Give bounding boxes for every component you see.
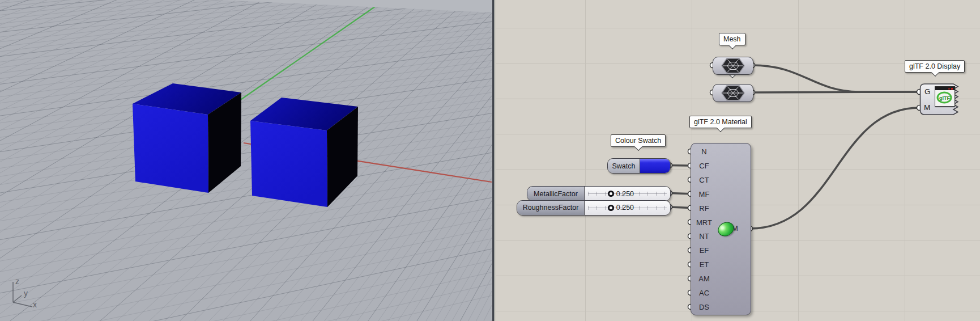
slider-track[interactable]: 0.250 bbox=[585, 201, 670, 215]
wire-mesh2-to-g[interactable] bbox=[752, 92, 919, 92]
mesh-parameter-2[interactable] bbox=[713, 84, 753, 102]
slider-roughnessfactor[interactable]: RoughnessFactor 0.250 bbox=[517, 200, 671, 216]
material-input-port-ac[interactable]: AC bbox=[691, 288, 717, 298]
swatch-color-well[interactable] bbox=[640, 159, 670, 173]
display-port-g[interactable]: G bbox=[924, 87, 931, 96]
material-preview-ball-icon bbox=[715, 219, 736, 239]
material-input-port-et[interactable]: ET bbox=[691, 260, 717, 270]
viewport-scene: z y x bbox=[0, 0, 492, 321]
material-input-port-ct[interactable]: CT bbox=[691, 175, 717, 185]
material-input-port-nt[interactable]: NT bbox=[691, 231, 717, 242]
slider-value: 0.250 bbox=[616, 201, 634, 215]
material-input-port-am[interactable]: AM bbox=[691, 274, 717, 284]
rhino-viewport[interactable]: z y x bbox=[0, 0, 492, 321]
cube-right[interactable] bbox=[250, 98, 358, 207]
viewport-splitter[interactable] bbox=[492, 0, 496, 321]
axis-label-x: x bbox=[33, 300, 37, 309]
swatch-nametag: Colour Swatch bbox=[611, 134, 666, 147]
mesh-parameter-1[interactable] bbox=[713, 57, 753, 75]
display-port-m[interactable]: M bbox=[924, 103, 930, 112]
wire-material-to-m[interactable] bbox=[750, 108, 919, 229]
slider-knob[interactable] bbox=[608, 205, 614, 211]
wire-roughness-to-rf[interactable] bbox=[670, 207, 691, 208]
cube-left[interactable] bbox=[133, 83, 241, 193]
material-input-port-mrt[interactable]: MRT bbox=[691, 218, 717, 228]
slider-track[interactable]: 0.250 bbox=[585, 187, 670, 201]
slider-name-label: RoughnessFactor bbox=[517, 201, 585, 215]
mesh-icon bbox=[721, 85, 745, 102]
material-input-port-mf[interactable]: MF bbox=[691, 189, 717, 200]
material-input-port-n[interactable]: N bbox=[691, 147, 717, 157]
viewport-background bbox=[0, 0, 492, 321]
gltf-display-component[interactable]: G M glTF bbox=[919, 83, 965, 116]
material-input-port-ds[interactable]: DS bbox=[691, 302, 717, 312]
svg-text:glTF: glTF bbox=[939, 95, 950, 101]
axis-label-y: y bbox=[24, 289, 28, 298]
slider-metallicfactor[interactable]: MetallicFactor 0.250 bbox=[527, 186, 671, 201]
slider-name-label: MetallicFactor bbox=[527, 187, 585, 201]
gltf-viewer-icon: glTF bbox=[935, 86, 955, 107]
wire-metallic-to-mf[interactable] bbox=[670, 193, 691, 194]
colour-swatch-component[interactable]: Swatch bbox=[607, 158, 671, 174]
material-input-port-cf[interactable]: CF bbox=[691, 161, 717, 171]
slider-value: 0.250 bbox=[616, 187, 634, 201]
grasshopper-canvas[interactable]: Mesh glTF 2.0 Display bbox=[496, 0, 980, 321]
gltf-logo-icon: glTF bbox=[935, 90, 955, 106]
mesh-icon bbox=[721, 57, 745, 74]
slider-knob[interactable] bbox=[608, 191, 614, 197]
material-input-port-ef[interactable]: EF bbox=[691, 246, 717, 256]
display-component-nametag: glTF 2.0 Display bbox=[905, 60, 965, 73]
material-component-nametag: glTF 2.0 Material bbox=[689, 116, 752, 128]
wire-mesh1-to-g[interactable] bbox=[752, 65, 919, 92]
mesh-param-nametag: Mesh bbox=[719, 33, 745, 45]
swatch-button[interactable]: Swatch bbox=[608, 159, 640, 173]
gltf-material-component[interactable]: NCFCTMFRFMRTNTEFETAMACDS M bbox=[691, 143, 751, 315]
material-input-port-rf[interactable]: RF bbox=[691, 204, 717, 214]
axis-label-z: z bbox=[15, 277, 19, 286]
